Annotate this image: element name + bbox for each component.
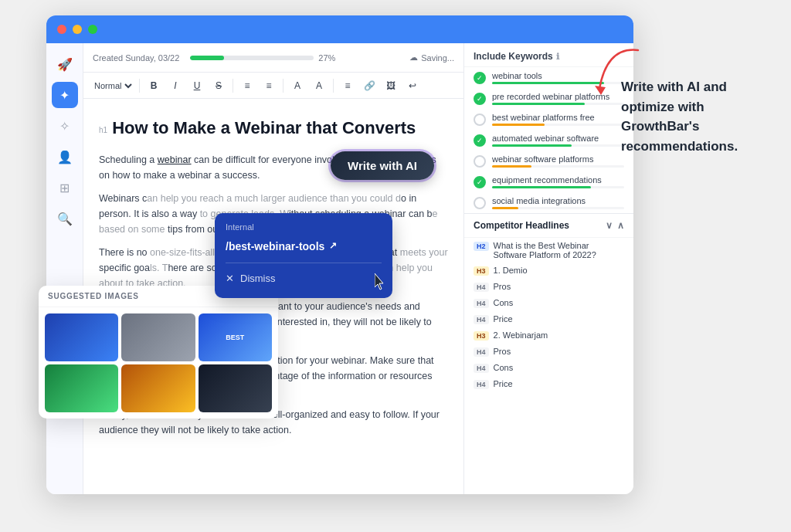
list-bullet-button[interactable]: ≡ [238,76,256,95]
keyword-content: social media integrations [492,196,624,209]
keyword-content: best webinar platforms free [492,113,624,126]
external-link-icon: ↗ [329,239,337,253]
competitor-headline-text: Price [494,379,513,388]
keyword-name: webinar software platforms [492,154,624,164]
suggested-image-1[interactable] [45,313,118,361]
suggested-images-panel: SUGGESTED IMAGES BEST [39,286,278,418]
keyword-checkbox[interactable]: ✓ [474,72,486,84]
keyword-checkbox[interactable] [474,197,486,209]
font-color-button[interactable]: A [288,76,307,95]
competitor-header: Competitor Headlines ∨ ∧ [464,213,633,238]
keyword-item[interactable]: best webinar platforms free [464,109,633,130]
keyword-name: best webinar platforms free [492,113,624,122]
heading-tag: H3 [474,331,489,341]
app-body: 🚀 ✦ ✧ 👤 ⊞ 🔍 Created Sunday, 03/22 27% ☁ … [46,43,633,494]
h1-label: h1 [99,124,107,137]
competitor-headline-text: Cons [494,363,514,372]
keyword-name: automated webinar software [492,134,624,143]
competitor-list: H2 What is the Best Webinar Software Pla… [464,238,633,494]
chevron-up-icon[interactable]: ∧ [617,220,624,231]
close-button[interactable] [57,25,66,34]
internal-link[interactable]: /best-webinar-tools ↗ [226,238,382,255]
keyword-content: equipment recommendations [492,175,624,188]
webinar-link[interactable]: webinar [158,154,192,165]
format-divider [139,79,140,93]
align-button[interactable]: ≡ [338,76,357,95]
competitor-item: H4 Cons [464,360,633,376]
sidebar-icon-person[interactable]: 👤 [52,144,78,170]
heading-tag: H3 [474,266,489,276]
competitor-item: H4 Pros [464,279,633,295]
image-button[interactable]: 🖼 [382,76,400,95]
internal-link-popup: Internal /best-webinar-tools ↗ ✕ Dismiss [215,213,392,298]
sidebar-icon-rocket[interactable]: 🚀 [52,51,78,77]
heading-tag: H4 [474,380,489,389]
main-content: Created Sunday, 03/22 27% ☁ Saving... No… [83,43,463,494]
competitor-headline-text: 1. Demio [494,266,528,275]
images-grid: BEST [39,307,278,418]
keyword-item[interactable]: ✓ automated webinar software [464,130,633,151]
strikethrough-button[interactable]: S [209,76,228,95]
chevron-down-icon[interactable]: ∨ [606,220,613,231]
link-button[interactable]: 🔗 [360,76,379,95]
svg-marker-0 [595,86,606,95]
progress-bar [190,56,314,60]
undo-button[interactable]: ↩ [403,76,422,95]
keyword-item[interactable]: ✓ equipment recommendations [464,171,633,192]
progress-percent: 27% [318,53,335,63]
italic-button[interactable]: I [166,76,185,95]
suggested-image-5[interactable] [121,364,195,412]
competitor-item: H4 Pros [464,344,633,360]
keyword-checkbox[interactable]: ✓ [474,93,486,105]
suggested-image-6[interactable] [199,364,272,412]
saving-status: ☁ Saving... [409,53,454,63]
keyword-name: equipment recommendations [492,175,624,185]
keyword-item[interactable]: webinar software platforms [464,151,633,171]
competitor-item: H4 Cons [464,295,633,311]
sidebar-icon-sparkle[interactable]: ✧ [52,113,78,139]
keyword-checkbox[interactable] [474,114,486,126]
internal-label: Internal [226,221,382,235]
competitor-headline-text: What is the Best Webinar Software Platfo… [494,241,624,259]
maximize-button[interactable] [88,25,97,34]
suggested-image-4[interactable] [45,364,118,412]
document-title[interactable]: How to Make a Webinar that Converts [112,114,416,141]
format-divider-3 [283,79,283,93]
keyword-checkbox[interactable]: ✓ [474,176,486,188]
heading-tag: H4 [474,315,489,324]
minimize-button[interactable] [73,25,82,34]
toolbar: Created Sunday, 03/22 27% ☁ Saving... [83,43,463,73]
created-label: Created Sunday, 03/22 [93,53,179,63]
cursor [375,273,387,296]
cloud-icon: ☁ [409,53,418,63]
write-with-ai-button[interactable]: Write with AI [331,151,434,180]
keyword-bar [492,124,545,126]
suggested-image-2[interactable] [121,313,195,361]
heading-tag: H4 [474,364,489,373]
format-divider-4 [333,79,334,93]
keyword-bar [492,103,585,105]
sidebar-icon-layers[interactable]: ⊞ [52,175,78,201]
list-number-button[interactable]: ≡ [260,76,278,95]
keyword-bar [492,207,518,209]
bold-button[interactable]: B [144,76,163,95]
heading-tag: H4 [474,283,489,292]
dismiss-button[interactable]: ✕ Dismiss [226,271,382,287]
competitor-item: H2 What is the Best Webinar Software Pla… [464,238,633,263]
heading-tag: H4 [474,347,489,357]
underline-button[interactable]: U [188,76,206,95]
info-icon: ℹ [556,52,559,62]
sidebar: 🚀 ✦ ✧ 👤 ⊞ 🔍 [46,43,83,494]
highlight-button[interactable]: A [310,76,328,95]
keyword-checkbox[interactable] [474,155,486,168]
sidebar-icon-magic[interactable]: ✦ [52,82,78,108]
competitor-headline-text: Pros [494,347,511,356]
competitor-headline-text: Pros [494,282,511,291]
style-selector[interactable]: Normal H1 H2 H3 [91,80,134,91]
suggested-image-3[interactable]: BEST [199,313,272,361]
keyword-name: social media integrations [492,196,624,205]
keyword-item[interactable]: social media integrations [464,192,633,213]
keyword-bar [492,165,531,168]
keyword-checkbox[interactable]: ✓ [474,134,486,147]
sidebar-icon-search[interactable]: 🔍 [52,205,78,232]
